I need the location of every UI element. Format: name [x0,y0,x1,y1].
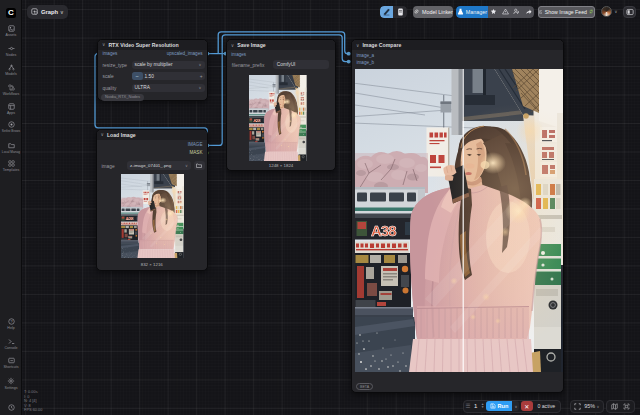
svg-text:?: ? [10,319,12,323]
